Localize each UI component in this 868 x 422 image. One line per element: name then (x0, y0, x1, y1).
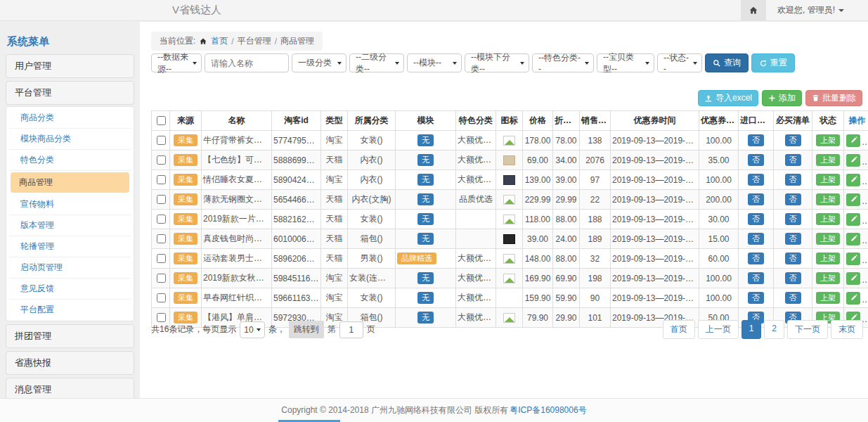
edit-button[interactable] (846, 193, 860, 206)
sidebar-item[interactable]: 模块商品分类 (9, 129, 131, 150)
row-checkbox[interactable] (157, 293, 166, 302)
filter-select[interactable]: --二级分类-- (349, 53, 404, 72)
coupon-time: 2019-09-13—2019-09-17 (611, 269, 699, 288)
page-button-active[interactable]: 1 (741, 320, 762, 339)
sidebar-item-active[interactable]: 商品管理 (11, 172, 129, 193)
column-header: 进口优选 (739, 111, 774, 131)
welcome-text: 欢迎您, 管理员! (777, 4, 835, 16)
filter-select[interactable]: --特色分类-- (532, 53, 594, 72)
page-button[interactable]: 末页 (831, 320, 863, 339)
import-select-toggle[interactable]: 否 (748, 174, 764, 186)
page-button[interactable]: 首页 (663, 320, 695, 339)
sidebar-item[interactable]: 平台配置 (9, 300, 131, 320)
sidebar-section[interactable]: 用户管理 (6, 54, 134, 78)
import-select-toggle[interactable]: 否 (748, 252, 764, 264)
coupon-time: 2019-09-13—2019-09-17 (611, 190, 699, 210)
select-all-checkbox[interactable] (157, 116, 166, 125)
sidebar-item[interactable]: 启动页管理 (9, 257, 131, 279)
must-buy-toggle[interactable]: 否 (785, 174, 801, 186)
row-checkbox-cell (152, 249, 170, 269)
price: 118.00 (523, 210, 553, 229)
status-toggle[interactable]: 上架 (816, 213, 840, 225)
status-toggle[interactable]: 上架 (816, 272, 840, 284)
sidebar-section[interactable]: 平台管理 (6, 81, 134, 105)
edit-button[interactable] (846, 272, 860, 285)
status-toggle[interactable]: 上架 (816, 154, 840, 166)
page-button[interactable]: 下一页 (787, 320, 828, 339)
reset-button[interactable]: 重置 (751, 53, 795, 72)
sidebar-heading: 系统菜单 (7, 35, 134, 49)
status-toggle[interactable]: 上架 (816, 292, 840, 304)
must-buy-toggle[interactable]: 否 (785, 193, 801, 205)
row-checkbox[interactable] (157, 136, 166, 145)
status-toggle[interactable]: 上架 (816, 174, 840, 186)
import-select-toggle[interactable]: 否 (748, 154, 764, 166)
import-select-toggle[interactable]: 否 (748, 233, 764, 245)
filter-select[interactable]: --模块-- (407, 53, 462, 72)
sidebar-item[interactable]: 意见反馈 (9, 279, 131, 300)
sidebar-item[interactable]: 特色分类 (9, 150, 131, 171)
filter-select[interactable]: --状态-- (657, 53, 702, 72)
product-thumb-icon (503, 274, 515, 283)
status-toggle[interactable]: 上架 (816, 252, 840, 264)
discount-price: 39.00 (553, 170, 580, 190)
must-buy-toggle[interactable]: 否 (785, 272, 801, 284)
must-buy-toggle[interactable]: 否 (785, 233, 801, 245)
filter-select[interactable]: --宝贝类型-- (597, 53, 654, 72)
edit-button[interactable] (846, 134, 860, 147)
breadcrumb-item-home[interactable]: 首页 (211, 35, 228, 47)
caret-down-icon (838, 9, 844, 12)
filter-select[interactable]: 一级分类 (292, 53, 346, 72)
row-checkbox[interactable] (157, 155, 166, 165)
platform-type: 天猫 (321, 229, 348, 249)
row-checkbox[interactable] (157, 274, 166, 283)
import-excel-button[interactable]: 导入excel (698, 90, 758, 106)
must-buy-toggle[interactable]: 否 (785, 154, 801, 166)
import-select-toggle[interactable]: 否 (748, 213, 764, 225)
status-toggle[interactable]: 上架 (816, 193, 840, 205)
edit-button[interactable] (846, 292, 860, 305)
sidebar-item[interactable]: 轮播管理 (9, 236, 131, 257)
row-checkbox[interactable] (157, 234, 166, 243)
edit-button[interactable] (846, 174, 860, 186)
add-button[interactable]: 添加 (762, 90, 802, 106)
sidebar-item[interactable]: 宣传物料 (9, 194, 131, 215)
home-button[interactable] (741, 0, 766, 20)
page-button[interactable]: 上一页 (698, 320, 739, 339)
import-select-toggle[interactable]: 否 (748, 193, 764, 205)
icp-link[interactable]: 粤ICP备16098006号 (510, 404, 586, 416)
page-button[interactable]: 2 (764, 320, 784, 339)
search-button[interactable]: 查询 (705, 53, 749, 72)
sidebar-section[interactable]: 省惠快报 (6, 351, 134, 375)
must-buy-toggle[interactable]: 否 (785, 213, 801, 225)
import-select-toggle[interactable]: 否 (748, 134, 764, 146)
must-buy-toggle[interactable]: 否 (785, 292, 801, 304)
must-buy-toggle[interactable]: 否 (785, 252, 801, 264)
edit-button[interactable] (846, 233, 860, 245)
user-menu[interactable]: 欢迎您, 管理员! (766, 4, 868, 16)
sidebar-item[interactable]: 版本管理 (9, 215, 131, 236)
data-source-select[interactable]: --数据来源-- (151, 53, 202, 72)
sidebar-item[interactable]: 商品分类 (9, 108, 131, 129)
edit-button[interactable] (846, 252, 860, 265)
row-checkbox[interactable] (157, 215, 166, 224)
per-page-select[interactable]: 10 (240, 321, 264, 338)
row-checkbox[interactable] (157, 175, 166, 184)
row-checkbox[interactable] (157, 254, 166, 263)
import-select-toggle[interactable]: 否 (748, 292, 764, 304)
status-cell: 上架 (812, 170, 844, 190)
edit-button[interactable] (846, 154, 860, 167)
ops-cell (844, 190, 868, 210)
must-buy-toggle[interactable]: 否 (785, 134, 801, 146)
jump-button[interactable]: 跳转到 (289, 321, 324, 338)
sidebar-section[interactable]: 拼团管理 (6, 324, 134, 348)
name-search-input[interactable] (205, 53, 289, 72)
status-toggle[interactable]: 上架 (816, 134, 840, 146)
batch-delete-button[interactable]: 批量删除 (805, 90, 862, 106)
jump-page-input[interactable] (339, 321, 363, 338)
edit-button[interactable] (846, 213, 860, 226)
import-select-toggle[interactable]: 否 (748, 272, 764, 284)
row-checkbox[interactable] (157, 195, 166, 204)
status-toggle[interactable]: 上架 (816, 233, 840, 245)
filter-select[interactable]: --模块下分类-- (465, 53, 529, 72)
